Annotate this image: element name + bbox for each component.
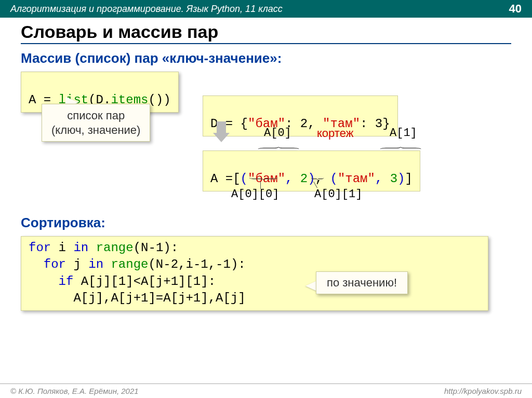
slide-header: Алгоритмизация и программирование. Язык … bbox=[0, 0, 532, 18]
subtitle-array-pairs: Массив (список) пар «ключ-значение»: bbox=[21, 50, 511, 66]
code-dict-d: D = {"бам": 2, "там": 3} bbox=[203, 95, 398, 136]
subtitle-sort: Сортировка: bbox=[21, 215, 511, 231]
code-sort: for i in range(N-1): for j in range(N-2,… bbox=[21, 236, 488, 311]
slide-footer: © К.Ю. Поляков, Е.А. Ерёмин, 2021 http:/… bbox=[0, 383, 532, 398]
brace-bottom-1: ︸ bbox=[257, 170, 272, 190]
arrow-down-icon bbox=[213, 121, 230, 143]
label-a01: A[0][1] bbox=[314, 188, 362, 201]
callout-by-value: по значению! bbox=[316, 271, 408, 294]
callout-tail-2 bbox=[305, 281, 317, 291]
callout-list-pairs: список пар (ключ, значение) bbox=[42, 104, 150, 142]
course-title: Алгоритмизация и программирование. Язык … bbox=[10, 4, 283, 15]
page-number: 40 bbox=[509, 2, 522, 16]
brace-bottom-2: ︸ bbox=[311, 170, 325, 190]
label-a00: A[0][0] bbox=[231, 188, 279, 201]
footer-url: http://kpolyakov.spb.ru bbox=[444, 387, 522, 395]
label-tuple: кортеж bbox=[317, 127, 353, 140]
pointer-line bbox=[260, 182, 261, 189]
title-rule bbox=[21, 43, 511, 44]
footer-copyright: © К.Ю. Поляков, Е.А. Ерёмин, 2021 bbox=[10, 387, 139, 395]
slide-title: Словарь и массив пар bbox=[21, 22, 511, 42]
